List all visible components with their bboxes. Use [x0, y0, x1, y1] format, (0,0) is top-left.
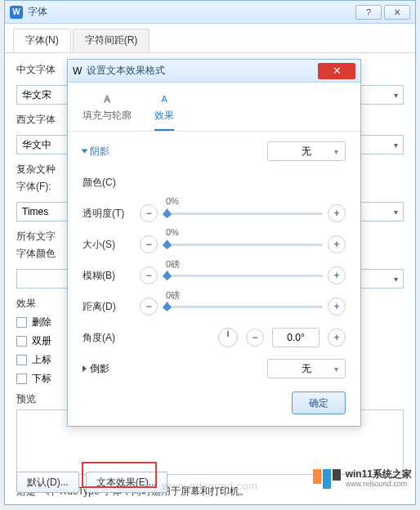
titlebar: W 字体 ? ×: [5, 1, 415, 24]
opacity-slider[interactable]: 0%: [163, 204, 323, 222]
en-font-value: 华文中: [22, 138, 51, 152]
angle-input[interactable]: 0.0°: [272, 328, 319, 347]
angle-dec[interactable]: −: [246, 329, 264, 347]
blur-dec[interactable]: −: [140, 266, 158, 284]
modal-tab-strip: A 填充与轮廓 A 效果: [68, 83, 360, 132]
label-super: 上标: [32, 353, 51, 367]
label-font-color: 字体颜色: [16, 247, 74, 261]
tab-font[interactable]: 字体(N): [13, 29, 71, 52]
distance-dec[interactable]: −: [140, 298, 158, 315]
watermark: www.relsound.com: [162, 480, 257, 492]
size-slider[interactable]: 0%: [163, 235, 323, 253]
dialog-title: 字体: [28, 5, 353, 19]
label-en-font: 西文字体: [16, 113, 74, 127]
chevron-right-icon[interactable]: [83, 365, 87, 372]
distance-slider[interactable]: 0磅: [163, 298, 323, 315]
blur-value: 0磅: [166, 258, 180, 271]
text-effect-dialog: W 设置文本效果格式 ✕ A 填充与轮廓 A 效果 阴影 无 颜色(C) 透明度…: [67, 59, 361, 427]
svg-text:A: A: [161, 94, 168, 104]
opacity-dec[interactable]: −: [140, 204, 158, 222]
chevron-down-icon[interactable]: [82, 150, 88, 154]
angle-value: 0.0°: [287, 332, 304, 343]
chk-super[interactable]: [16, 355, 27, 365]
blur-inc[interactable]: +: [328, 266, 346, 284]
reflection-preset-value: 无: [302, 362, 311, 376]
opacity-value: 0%: [166, 196, 179, 206]
distance-value: 0磅: [166, 289, 180, 302]
logo-icon: [313, 469, 341, 489]
label-strike: 删除: [32, 315, 51, 329]
brand-line2: www.relsound.com: [346, 481, 412, 489]
label-opacity: 透明度(T): [83, 207, 140, 221]
modal-tab-effects-label: 效果: [154, 109, 174, 123]
modal-tab-fill[interactable]: A 填充与轮廓: [83, 91, 132, 131]
modal-title: 设置文本效果格式: [87, 64, 318, 78]
blur-slider[interactable]: 0磅: [163, 266, 323, 284]
section-reflection[interactable]: 倒影: [90, 362, 109, 376]
complex-font-value: Times: [22, 206, 48, 217]
help-button[interactable]: ?: [355, 5, 382, 20]
app-icon: W: [10, 6, 23, 19]
distance-inc[interactable]: +: [328, 298, 346, 315]
size-value: 0%: [166, 227, 179, 237]
default-button[interactable]: 默认(D)...: [16, 472, 79, 493]
angle-dial[interactable]: [218, 328, 238, 347]
size-dec[interactable]: −: [140, 235, 158, 253]
section-shadow[interactable]: 阴影: [90, 145, 109, 159]
label-blur: 模糊(B): [83, 269, 140, 283]
modal-tab-fill-label: 填充与轮廓: [83, 109, 132, 123]
chk-strike[interactable]: [16, 317, 27, 328]
brand-logo: win11系统之家 www.relsound.com: [313, 469, 412, 489]
modal-body: 阴影 无 颜色(C) 透明度(T) − 0% + 大小(S) − 0% + 模糊…: [68, 132, 360, 400]
modal-app-icon: W: [73, 65, 82, 77]
label-size: 大小(S): [83, 238, 140, 252]
tab-spacing[interactable]: 字符间距(R): [73, 29, 150, 52]
modal-titlebar: W 设置文本效果格式 ✕: [68, 60, 360, 83]
text-effect-icon: A: [155, 91, 173, 105]
text-effect-button[interactable]: 文本效果(E)...: [86, 472, 168, 493]
chk-dbl-strike[interactable]: [16, 336, 27, 347]
shadow-preset-combo[interactable]: 无: [267, 141, 346, 161]
text-fill-icon: A: [98, 91, 116, 105]
chk-sub[interactable]: [16, 374, 27, 384]
size-inc[interactable]: +: [328, 235, 346, 253]
modal-tab-effects[interactable]: A 效果: [154, 91, 174, 131]
label-font-f: 字体(F):: [16, 180, 74, 194]
svg-text:A: A: [104, 94, 110, 104]
label-dbl-strike: 双册: [32, 334, 51, 348]
shadow-preset-value: 无: [302, 145, 311, 159]
label-distance: 距离(D): [83, 300, 140, 314]
ok-button[interactable]: 确定: [292, 391, 346, 414]
brand-line1: win11系统之家: [346, 469, 412, 480]
label-sub: 下标: [32, 372, 51, 386]
opacity-inc[interactable]: +: [328, 204, 346, 222]
label-color: 颜色(C): [83, 176, 140, 190]
modal-close-button[interactable]: ✕: [318, 63, 355, 79]
tab-strip: 字体(N) 字符间距(R): [5, 24, 415, 53]
label-angle: 角度(A): [83, 331, 140, 345]
angle-inc[interactable]: +: [328, 329, 346, 347]
label-cn-font: 中文字体: [16, 63, 74, 77]
reflection-preset-combo[interactable]: 无: [267, 359, 346, 378]
cn-font-value: 华文宋: [22, 88, 51, 102]
close-button[interactable]: ×: [384, 5, 410, 20]
